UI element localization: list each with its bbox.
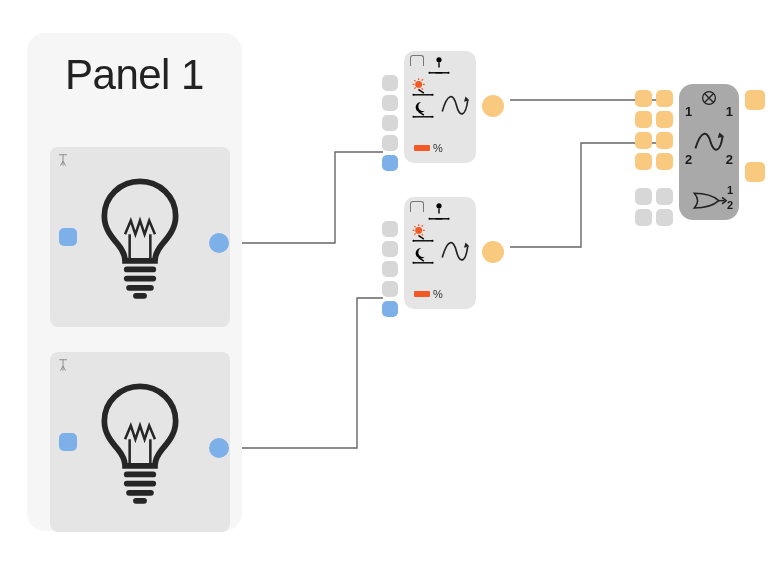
num-gt: 1 xyxy=(727,184,733,196)
port-in-4[interactable] xyxy=(382,135,398,151)
port-l-6b[interactable] xyxy=(656,209,673,226)
svg-point-20 xyxy=(412,240,414,242)
svg-point-17 xyxy=(428,218,430,220)
light-block-2[interactable] xyxy=(50,352,230,532)
svg-point-16 xyxy=(436,203,441,208)
port-in-3[interactable] xyxy=(382,115,398,131)
svg-point-11 xyxy=(415,81,422,88)
mode-manual-icon xyxy=(426,55,452,75)
port-out-blue[interactable] xyxy=(209,438,229,458)
percent-label: % xyxy=(433,142,443,154)
dim-bar-icon xyxy=(414,291,430,297)
mode-night-icon xyxy=(410,99,436,119)
controller-2[interactable]: % xyxy=(404,197,476,309)
port-r-1[interactable] xyxy=(745,90,765,110)
svg-point-15 xyxy=(431,116,433,118)
num-tr: 1 xyxy=(726,104,733,119)
bulb-icon xyxy=(94,175,186,300)
svg-rect-7 xyxy=(133,498,147,504)
svg-point-14 xyxy=(412,116,414,118)
svg-point-18 xyxy=(447,218,449,220)
output-block[interactable]: 1 1 2 2 1 2 xyxy=(679,84,739,220)
or-gate-icon xyxy=(691,190,727,212)
port-in-dim[interactable] xyxy=(382,155,398,171)
num-tl: 1 xyxy=(685,104,692,119)
svg-point-8 xyxy=(436,57,441,62)
light-block-1[interactable] xyxy=(50,147,230,327)
svg-point-12 xyxy=(412,94,414,96)
port-l-3a[interactable] xyxy=(635,132,652,149)
port-l-2b[interactable] xyxy=(656,111,673,128)
bracket-icon xyxy=(410,55,424,66)
pin-icon xyxy=(56,358,70,372)
port-in-1[interactable] xyxy=(382,75,398,91)
svg-point-19 xyxy=(415,227,422,234)
mode-night-icon xyxy=(410,245,436,265)
svg-rect-4 xyxy=(124,472,156,478)
svg-point-21 xyxy=(431,240,433,242)
svg-point-9 xyxy=(428,72,430,74)
port-in-blue[interactable] xyxy=(59,433,77,451)
port-l-6a[interactable] xyxy=(635,209,652,226)
mode-auto-sun-icon xyxy=(410,223,436,243)
svg-rect-3 xyxy=(133,293,147,299)
mode-manual-icon xyxy=(426,201,452,221)
svg-rect-1 xyxy=(124,276,156,282)
port-l-4b[interactable] xyxy=(656,153,673,170)
panel-title: Panel 1 xyxy=(27,51,242,99)
port-in-blue[interactable] xyxy=(59,228,77,246)
port-l-3b[interactable] xyxy=(656,132,673,149)
curve-icon xyxy=(440,89,470,123)
circle-x-icon xyxy=(701,90,717,106)
svg-point-23 xyxy=(431,262,433,264)
port-l-5a[interactable] xyxy=(635,188,652,205)
svg-rect-0 xyxy=(124,267,156,273)
svg-point-13 xyxy=(431,94,433,96)
svg-rect-5 xyxy=(124,481,156,487)
num-mr: 2 xyxy=(726,152,733,167)
port-in-dim[interactable] xyxy=(382,301,398,317)
bulb-icon xyxy=(94,380,186,505)
svg-rect-2 xyxy=(126,285,154,291)
port-l-1b[interactable] xyxy=(656,90,673,107)
controller-input-ports xyxy=(382,75,398,171)
output-ports-right xyxy=(745,90,765,182)
num-gb: 2 xyxy=(727,199,733,211)
dim-bar-icon xyxy=(414,145,430,151)
port-l-2a[interactable] xyxy=(635,111,652,128)
num-ml: 2 xyxy=(685,152,692,167)
port-in-4[interactable] xyxy=(382,281,398,297)
port-in-1[interactable] xyxy=(382,221,398,237)
port-in-2[interactable] xyxy=(382,241,398,257)
port-l-5b[interactable] xyxy=(656,188,673,205)
curve-icon xyxy=(440,235,470,269)
output-ports-left xyxy=(635,90,673,226)
controller-1[interactable]: % xyxy=(404,51,476,163)
controller-input-ports xyxy=(382,221,398,317)
port-in-2[interactable] xyxy=(382,95,398,111)
bracket-icon xyxy=(410,201,424,212)
percent-label: % xyxy=(433,288,443,300)
mode-auto-sun-icon xyxy=(410,77,436,97)
port-l-1a[interactable] xyxy=(635,90,652,107)
port-out-orange[interactable] xyxy=(482,241,504,263)
port-in-3[interactable] xyxy=(382,261,398,277)
port-out-blue[interactable] xyxy=(209,233,229,253)
svg-point-22 xyxy=(412,262,414,264)
port-l-4a[interactable] xyxy=(635,153,652,170)
svg-point-10 xyxy=(447,72,449,74)
port-r-2[interactable] xyxy=(745,162,765,182)
svg-rect-6 xyxy=(126,490,154,496)
pin-icon xyxy=(56,153,70,167)
port-out-orange[interactable] xyxy=(482,95,504,117)
curve-icon xyxy=(693,126,725,152)
